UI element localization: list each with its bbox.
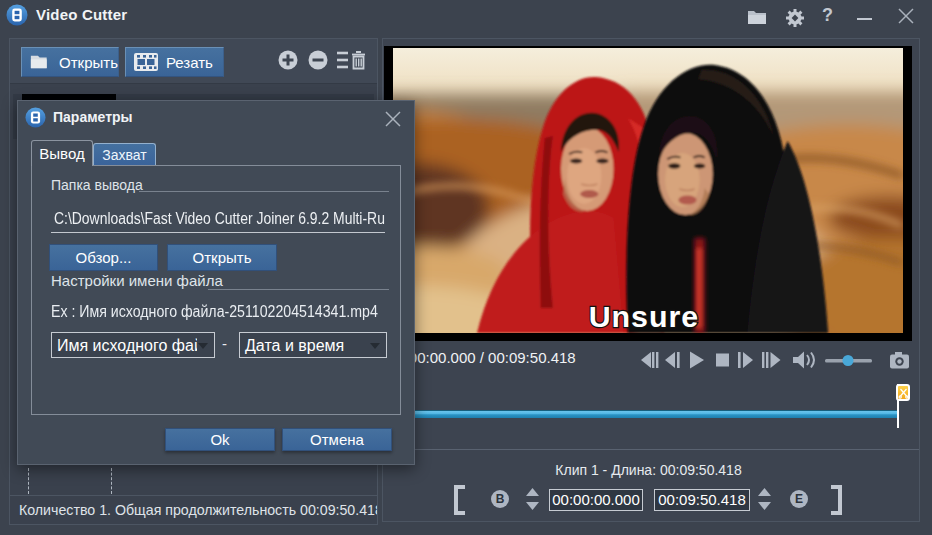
svg-text:Unsure: Unsure	[589, 300, 700, 333]
